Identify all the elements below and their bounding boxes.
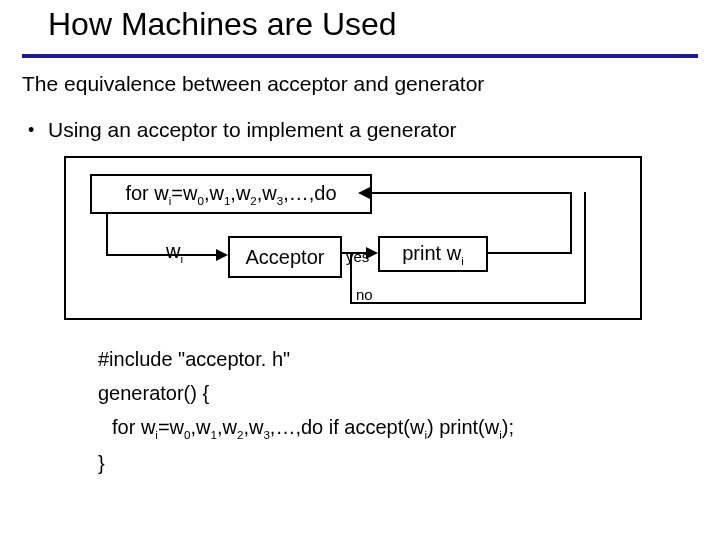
acceptor-label: Acceptor bbox=[246, 246, 325, 269]
code-line-body: for wi=w0,w1,w2,w3,…,do if accept(wi) pr… bbox=[112, 416, 514, 441]
arrow-segment bbox=[350, 302, 586, 304]
arrow-segment bbox=[106, 254, 216, 256]
for-text: for wi=w0,w1,w2,w3,…,do bbox=[125, 182, 336, 207]
arrow-segment bbox=[570, 192, 572, 254]
wi-label: wi bbox=[166, 240, 183, 265]
diagram-frame: for wi=w0,w1,w2,w3,…,do wi Acceptor yes … bbox=[64, 156, 642, 320]
code-line-funcopen: generator() { bbox=[98, 382, 209, 405]
bullet-dot: • bbox=[28, 120, 34, 141]
code-line-include: #include "acceptor. h" bbox=[98, 348, 290, 371]
arrow-segment bbox=[486, 252, 572, 254]
arrow-segment bbox=[350, 254, 352, 304]
for-loop-box: for wi=w0,w1,w2,w3,…,do bbox=[90, 174, 372, 214]
bullet-text: Using an acceptor to implement a generat… bbox=[48, 118, 457, 142]
code-line-funcclose: } bbox=[98, 452, 105, 475]
slide-title: How Machines are Used bbox=[48, 6, 397, 43]
title-underline bbox=[22, 54, 698, 58]
arrowhead-icon bbox=[216, 249, 228, 261]
arrow-segment bbox=[106, 212, 108, 256]
arrow-segment bbox=[370, 192, 572, 194]
arrow-segment bbox=[584, 192, 586, 304]
arrowhead-icon bbox=[358, 187, 370, 199]
acceptor-box: Acceptor bbox=[228, 236, 342, 278]
print-box: print wi bbox=[378, 236, 488, 272]
no-label: no bbox=[356, 286, 373, 303]
print-text: print wi bbox=[402, 242, 463, 267]
slide: How Machines are Used The equivalence be… bbox=[0, 0, 720, 540]
subtitle: The equivalence between acceptor and gen… bbox=[22, 72, 484, 96]
